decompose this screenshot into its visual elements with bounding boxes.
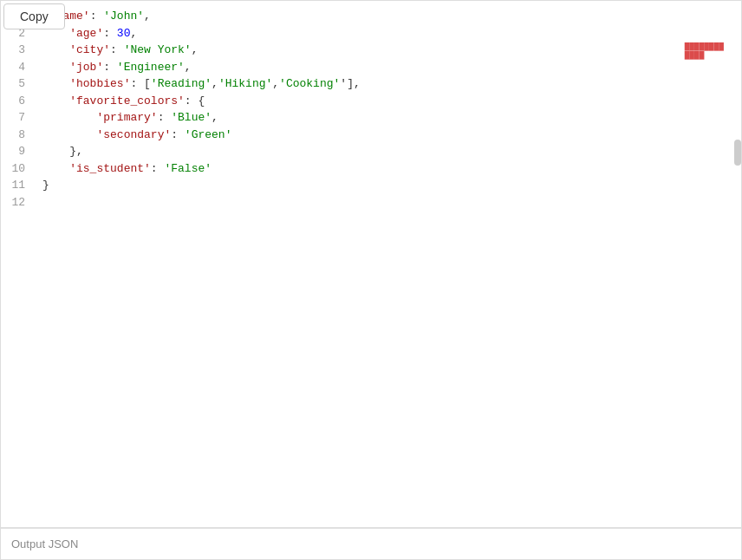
- json-punctuation: ,: [144, 10, 151, 23]
- json-punctuation: [42, 145, 69, 158]
- json-key: 'primary': [96, 111, 157, 124]
- watermark: ████████ ████: [685, 42, 724, 59]
- line-content: 'hobbies': ['Reading','Hiking','Cooking'…: [36, 75, 741, 93]
- json-punctuation: :: [110, 43, 124, 56]
- line-content: [36, 194, 741, 212]
- json-punctuation: ,: [212, 111, 218, 124]
- line-number: 6: [1, 93, 36, 110]
- line-number: 9: [1, 143, 36, 160]
- json-punctuation: [42, 61, 69, 74]
- line-content: 'favorite_colors': {: [36, 93, 741, 110]
- code-area[interactable]: ████████ ████ 1{'name': 'John',2 'age': …: [1, 1, 741, 528]
- json-punctuation: :: [151, 162, 165, 175]
- json-punctuation: [42, 77, 69, 90]
- json-string: 'Reading': [151, 77, 212, 90]
- table-row: 4 'job': 'Engineer',: [1, 59, 741, 76]
- line-content: 'secondary': 'Green': [36, 127, 741, 144]
- json-punctuation: :: [90, 10, 104, 23]
- scrollbar[interactable]: [734, 140, 741, 166]
- json-string: 'Hiking': [218, 77, 272, 90]
- json-key: 'age': [69, 27, 103, 40]
- json-string: 'Engineer': [117, 61, 185, 74]
- line-number: 5: [1, 75, 36, 93]
- json-number: 30: [117, 27, 131, 40]
- json-string: 'Blue': [171, 111, 212, 124]
- line-number: 7: [1, 109, 36, 127]
- line-number: 4: [1, 59, 36, 76]
- json-punctuation: [42, 111, 96, 124]
- table-row: 11}: [1, 177, 741, 194]
- table-row: 12: [1, 194, 741, 212]
- line-content: {'name': 'John',: [36, 8, 741, 25]
- footer: Output JSON: [1, 528, 741, 559]
- json-punctuation: [42, 43, 69, 56]
- json-key: 'city': [69, 43, 110, 56]
- json-string: 'Green': [185, 128, 232, 141]
- json-string: 'Cooking': [279, 77, 340, 90]
- line-number: 11: [1, 177, 36, 194]
- table-row: 9 },: [1, 143, 741, 160]
- json-string: 'New York': [124, 43, 192, 56]
- line-content: 'is_student': 'False': [36, 160, 741, 178]
- table-row: 2 'age': 30,: [1, 25, 741, 42]
- table-row: 7 'primary': 'Blue',: [1, 109, 741, 127]
- json-punctuation: },: [69, 145, 83, 158]
- footer-label: Output JSON: [11, 537, 78, 550]
- json-key: 'secondary': [96, 128, 171, 141]
- json-punctuation: }: [42, 179, 49, 192]
- json-key: 'hobbies': [69, 77, 130, 90]
- json-punctuation: '],: [340, 77, 360, 90]
- json-punctuation: ,: [192, 43, 199, 56]
- line-content: },: [36, 143, 741, 160]
- json-punctuation: ,: [272, 77, 279, 90]
- table-row: 1{'name': 'John',: [1, 8, 741, 25]
- table-row: 6 'favorite_colors': {: [1, 93, 741, 110]
- json-punctuation: : {: [185, 94, 205, 107]
- json-punctuation: :: [158, 111, 172, 124]
- json-punctuation: : [: [130, 77, 150, 90]
- line-content: 'job': 'Engineer',: [36, 59, 741, 76]
- line-number: 10: [1, 160, 36, 178]
- json-punctuation: [42, 162, 69, 175]
- line-number: 3: [1, 42, 36, 59]
- line-content: 'city': 'New York',: [36, 42, 741, 59]
- table-row: 3 'city': 'New York',: [1, 42, 741, 59]
- code-table: 1{'name': 'John',2 'age': 30,3 'city': '…: [1, 8, 741, 211]
- json-punctuation: :: [171, 128, 185, 141]
- editor-container: Copy ████████ ████ 1{'name': 'John',2 'a…: [0, 0, 742, 560]
- json-key: 'favorite_colors': [69, 94, 185, 107]
- line-content: 'primary': 'Blue',: [36, 109, 741, 127]
- json-punctuation: [42, 128, 96, 141]
- line-content: }: [36, 177, 741, 194]
- json-key: 'is_student': [69, 162, 151, 175]
- line-number: 8: [1, 127, 36, 144]
- json-punctuation: ,: [185, 61, 192, 74]
- table-row: 10 'is_student': 'False': [1, 160, 741, 178]
- copy-button[interactable]: Copy: [3, 3, 65, 29]
- json-punctuation: :: [103, 27, 117, 40]
- json-string: 'False': [164, 162, 212, 175]
- line-content: 'age': 30,: [36, 25, 741, 42]
- json-string: 'John': [103, 10, 144, 23]
- json-punctuation: ,: [212, 77, 218, 90]
- json-key: 'job': [69, 61, 103, 74]
- json-punctuation: :: [103, 61, 117, 74]
- json-punctuation: ,: [130, 27, 137, 40]
- json-punctuation: [42, 94, 69, 107]
- table-row: 8 'secondary': 'Green': [1, 127, 741, 144]
- line-number: 12: [1, 194, 36, 212]
- table-row: 5 'hobbies': ['Reading','Hiking','Cookin…: [1, 75, 741, 93]
